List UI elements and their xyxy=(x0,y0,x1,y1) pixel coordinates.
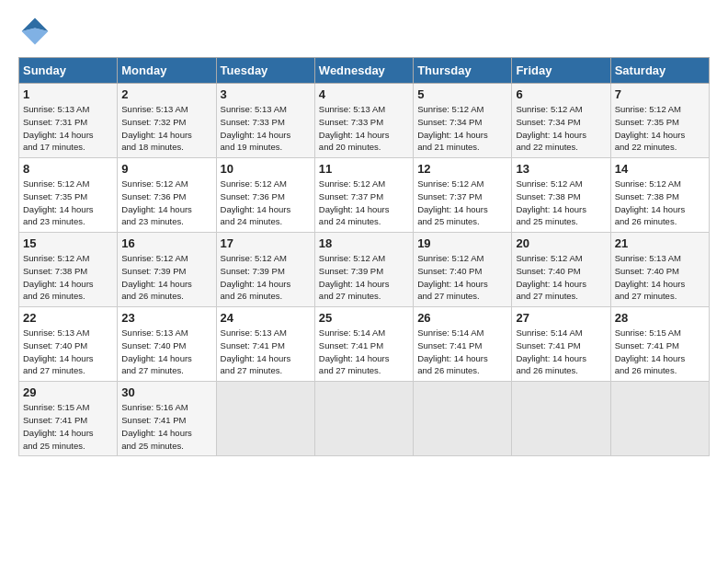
day-info: Sunrise: 5:13 AMSunset: 7:33 PMDaylight:… xyxy=(221,104,291,152)
header xyxy=(18,15,710,48)
day-number: 6 xyxy=(516,87,606,101)
calendar-cell: 3Sunrise: 5:13 AMSunset: 7:33 PMDaylight… xyxy=(216,84,314,158)
day-info: Sunrise: 5:12 AMSunset: 7:34 PMDaylight:… xyxy=(516,104,586,152)
day-number: 3 xyxy=(221,87,311,101)
calendar-cell: 30Sunrise: 5:16 AMSunset: 7:41 PMDayligh… xyxy=(118,382,216,456)
week-row-4: 22Sunrise: 5:13 AMSunset: 7:40 PMDayligh… xyxy=(19,307,710,382)
day-number: 1 xyxy=(23,87,113,101)
day-info: Sunrise: 5:12 AMSunset: 7:36 PMDaylight:… xyxy=(221,178,291,226)
calendar-cell: 2Sunrise: 5:13 AMSunset: 7:32 PMDaylight… xyxy=(118,84,216,158)
day-info: Sunrise: 5:15 AMSunset: 7:41 PMDaylight:… xyxy=(23,402,94,450)
day-info: Sunrise: 5:13 AMSunset: 7:33 PMDaylight:… xyxy=(319,104,390,152)
weekday-header-sunday: Sunday xyxy=(19,58,118,84)
day-info: Sunrise: 5:13 AMSunset: 7:40 PMDaylight:… xyxy=(615,253,686,301)
calendar-cell xyxy=(414,382,512,456)
day-number: 4 xyxy=(319,87,409,101)
weekday-header-row: SundayMondayTuesdayWednesdayThursdayFrid… xyxy=(19,58,710,84)
day-info: Sunrise: 5:15 AMSunset: 7:41 PMDaylight:… xyxy=(615,327,686,375)
calendar-cell xyxy=(314,382,413,456)
day-number: 15 xyxy=(23,236,113,250)
logo-icon xyxy=(18,15,51,48)
day-number: 16 xyxy=(121,236,211,250)
calendar-cell: 17Sunrise: 5:12 AMSunset: 7:39 PMDayligh… xyxy=(216,233,314,307)
day-info: Sunrise: 5:16 AMSunset: 7:41 PMDaylight:… xyxy=(121,402,192,450)
weekday-header-friday: Friday xyxy=(512,58,610,84)
day-number: 27 xyxy=(516,311,606,325)
day-info: Sunrise: 5:14 AMSunset: 7:41 PMDaylight:… xyxy=(417,327,488,375)
calendar-cell: 19Sunrise: 5:12 AMSunset: 7:40 PMDayligh… xyxy=(414,233,512,307)
calendar-cell: 20Sunrise: 5:12 AMSunset: 7:40 PMDayligh… xyxy=(512,233,610,307)
day-number: 13 xyxy=(516,162,606,176)
calendar-cell: 9Sunrise: 5:12 AMSunset: 7:36 PMDaylight… xyxy=(118,158,216,233)
calendar-cell xyxy=(216,382,314,456)
calendar-cell: 23Sunrise: 5:13 AMSunset: 7:40 PMDayligh… xyxy=(118,307,216,382)
week-row-1: 1Sunrise: 5:13 AMSunset: 7:31 PMDaylight… xyxy=(19,84,710,158)
calendar-table: SundayMondayTuesdayWednesdayThursdayFrid… xyxy=(18,57,710,456)
day-number: 11 xyxy=(319,162,409,176)
weekday-header-thursday: Thursday xyxy=(414,58,512,84)
day-number: 9 xyxy=(121,162,211,176)
day-info: Sunrise: 5:14 AMSunset: 7:41 PMDaylight:… xyxy=(516,327,586,375)
day-info: Sunrise: 5:12 AMSunset: 7:36 PMDaylight:… xyxy=(121,178,192,226)
calendar-cell: 21Sunrise: 5:13 AMSunset: 7:40 PMDayligh… xyxy=(610,233,709,307)
calendar-cell: 28Sunrise: 5:15 AMSunset: 7:41 PMDayligh… xyxy=(610,307,709,382)
day-number: 29 xyxy=(23,385,113,399)
day-info: Sunrise: 5:12 AMSunset: 7:35 PMDaylight:… xyxy=(23,178,94,226)
day-info: Sunrise: 5:13 AMSunset: 7:40 PMDaylight:… xyxy=(23,327,94,375)
calendar-cell: 13Sunrise: 5:12 AMSunset: 7:38 PMDayligh… xyxy=(512,158,610,233)
weekday-header-wednesday: Wednesday xyxy=(314,58,413,84)
calendar-cell: 15Sunrise: 5:12 AMSunset: 7:38 PMDayligh… xyxy=(19,233,118,307)
day-number: 20 xyxy=(516,236,606,250)
calendar-cell xyxy=(512,382,610,456)
calendar-cell: 25Sunrise: 5:14 AMSunset: 7:41 PMDayligh… xyxy=(314,307,413,382)
day-info: Sunrise: 5:12 AMSunset: 7:34 PMDaylight:… xyxy=(417,104,488,152)
day-info: Sunrise: 5:12 AMSunset: 7:39 PMDaylight:… xyxy=(319,253,390,301)
day-number: 24 xyxy=(221,311,311,325)
day-info: Sunrise: 5:12 AMSunset: 7:38 PMDaylight:… xyxy=(516,178,586,226)
weekday-header-monday: Monday xyxy=(118,58,216,84)
calendar-cell: 11Sunrise: 5:12 AMSunset: 7:37 PMDayligh… xyxy=(314,158,413,233)
day-number: 22 xyxy=(23,311,113,325)
calendar-cell: 6Sunrise: 5:12 AMSunset: 7:34 PMDaylight… xyxy=(512,84,610,158)
calendar-cell: 27Sunrise: 5:14 AMSunset: 7:41 PMDayligh… xyxy=(512,307,610,382)
day-number: 19 xyxy=(417,236,507,250)
day-number: 25 xyxy=(319,311,409,325)
day-info: Sunrise: 5:12 AMSunset: 7:37 PMDaylight:… xyxy=(417,178,488,226)
day-info: Sunrise: 5:12 AMSunset: 7:40 PMDaylight:… xyxy=(417,253,488,301)
day-number: 2 xyxy=(121,87,211,101)
calendar-cell: 16Sunrise: 5:12 AMSunset: 7:39 PMDayligh… xyxy=(118,233,216,307)
calendar-cell: 26Sunrise: 5:14 AMSunset: 7:41 PMDayligh… xyxy=(414,307,512,382)
day-info: Sunrise: 5:12 AMSunset: 7:38 PMDaylight:… xyxy=(23,253,94,301)
day-number: 5 xyxy=(417,87,507,101)
calendar-cell: 7Sunrise: 5:12 AMSunset: 7:35 PMDaylight… xyxy=(610,84,709,158)
calendar-cell: 29Sunrise: 5:15 AMSunset: 7:41 PMDayligh… xyxy=(19,382,118,456)
calendar-cell: 5Sunrise: 5:12 AMSunset: 7:34 PMDaylight… xyxy=(414,84,512,158)
week-row-3: 15Sunrise: 5:12 AMSunset: 7:38 PMDayligh… xyxy=(19,233,710,307)
calendar-cell: 10Sunrise: 5:12 AMSunset: 7:36 PMDayligh… xyxy=(216,158,314,233)
day-number: 18 xyxy=(319,236,409,250)
calendar-cell: 1Sunrise: 5:13 AMSunset: 7:31 PMDaylight… xyxy=(19,84,118,158)
calendar-cell: 24Sunrise: 5:13 AMSunset: 7:41 PMDayligh… xyxy=(216,307,314,382)
day-info: Sunrise: 5:13 AMSunset: 7:32 PMDaylight:… xyxy=(121,104,192,152)
day-info: Sunrise: 5:14 AMSunset: 7:41 PMDaylight:… xyxy=(319,327,390,375)
calendar-cell: 18Sunrise: 5:12 AMSunset: 7:39 PMDayligh… xyxy=(314,233,413,307)
day-number: 7 xyxy=(615,87,705,101)
page: SundayMondayTuesdayWednesdayThursdayFrid… xyxy=(0,0,728,475)
day-number: 21 xyxy=(615,236,705,250)
day-number: 8 xyxy=(23,162,113,176)
week-row-5: 29Sunrise: 5:15 AMSunset: 7:41 PMDayligh… xyxy=(19,382,710,456)
day-number: 30 xyxy=(121,385,211,399)
calendar-cell: 12Sunrise: 5:12 AMSunset: 7:37 PMDayligh… xyxy=(414,158,512,233)
day-info: Sunrise: 5:12 AMSunset: 7:37 PMDaylight:… xyxy=(319,178,390,226)
calendar-cell: 22Sunrise: 5:13 AMSunset: 7:40 PMDayligh… xyxy=(19,307,118,382)
week-row-2: 8Sunrise: 5:12 AMSunset: 7:35 PMDaylight… xyxy=(19,158,710,233)
logo xyxy=(18,15,55,48)
day-number: 23 xyxy=(121,311,211,325)
calendar-cell: 8Sunrise: 5:12 AMSunset: 7:35 PMDaylight… xyxy=(19,158,118,233)
weekday-header-tuesday: Tuesday xyxy=(216,58,314,84)
day-info: Sunrise: 5:12 AMSunset: 7:39 PMDaylight:… xyxy=(121,253,192,301)
day-number: 12 xyxy=(417,162,507,176)
day-number: 26 xyxy=(417,311,507,325)
calendar-cell xyxy=(610,382,709,456)
weekday-header-saturday: Saturday xyxy=(610,58,709,84)
